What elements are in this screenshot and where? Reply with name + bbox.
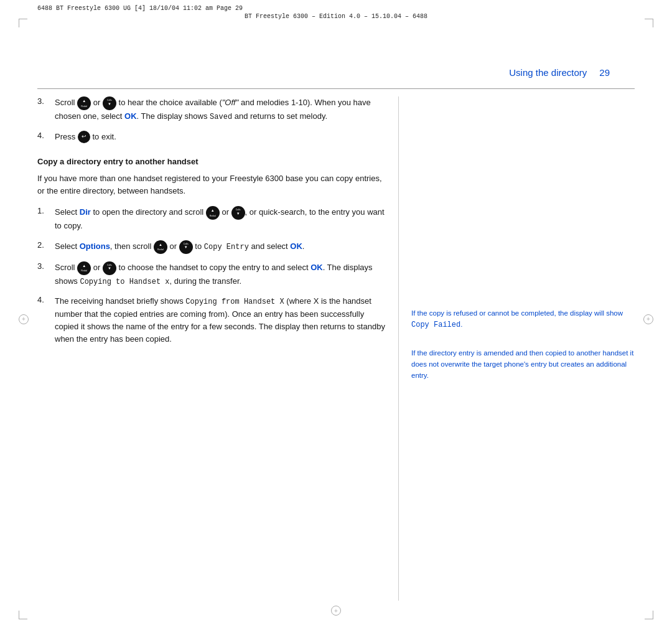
scroll-down-icon-s3b <box>103 261 116 275</box>
corner-mark-tl <box>19 19 27 27</box>
step1-body: Select Dir to open the directory and scr… <box>55 206 386 232</box>
header-subtitle: BT Freestyle 6300 – Edition 4.0 – 15.10.… <box>37 13 635 20</box>
ok-keyword-3: OK <box>124 111 137 121</box>
list-item-step4: 4. The receiving handset briefly shows C… <box>37 295 386 345</box>
page-number: 29 <box>599 67 610 78</box>
scroll-down-icon-s1b <box>231 206 245 220</box>
corner-mark-br <box>645 611 653 619</box>
page: + + + 6488 BT Freestyle 6300 UG [4] 18/1… <box>0 0 672 638</box>
corner-mark-bl <box>19 611 27 619</box>
saved-mono: Saved <box>210 113 232 121</box>
step2-body: Select Options, then scroll or to Copy E… <box>55 240 386 254</box>
header-bar: 6488 BT Freestyle 6300 UG [4] 18/10/04 1… <box>37 5 635 20</box>
header-rule <box>37 88 635 89</box>
content-area: 3. Scroll or to hear the choice availabl… <box>37 96 635 601</box>
options-keyword: Options <box>80 242 110 251</box>
right-crosshair: + <box>643 314 653 324</box>
section-heading: Copy a directory entry to another handse… <box>37 157 386 166</box>
item-3-number: 3. <box>37 96 50 123</box>
copying-from-mono: Copying from Handset X <box>185 298 284 306</box>
step2-number: 2. <box>37 240 50 254</box>
step1-number: 1. <box>37 206 50 232</box>
scroll-up-icon-s3a <box>77 261 91 275</box>
scroll-up-icon <box>77 96 91 110</box>
left-crosshair: + <box>19 314 29 324</box>
header-top-line: 6488 BT Freestyle 6300 UG [4] 18/10/04 1… <box>37 5 635 12</box>
step4-number: 4. <box>37 295 50 345</box>
item-3-body: Scroll or to hear the choice available (… <box>55 96 386 123</box>
step3-number: 3. <box>37 261 50 288</box>
copy-entry-mono: Copy Entry <box>204 243 249 251</box>
list-item-3: 3. Scroll or to hear the choice availabl… <box>37 96 386 123</box>
list-item-step2: 2. Select Options, then scroll or to Cop… <box>37 240 386 254</box>
step4-body: The receiving handset briefly shows Copy… <box>55 295 386 345</box>
scroll-up-icon-s1a <box>206 206 220 220</box>
scroll-down-icon-s2b <box>179 240 193 254</box>
side-note-2: If the directory entry is amended and th… <box>411 348 635 381</box>
copying-to-mono: Copying to Handset x <box>80 278 169 286</box>
item-4-body: Press to exit. <box>55 131 386 144</box>
copy-failed-mono: Copy Failed <box>411 321 460 329</box>
dir-keyword: Dir <box>80 208 91 217</box>
list-item-step1: 1. Select Dir to open the directory and … <box>37 206 386 232</box>
scroll-down-icon <box>103 96 116 110</box>
item-4-number: 4. <box>37 131 50 144</box>
phone-icon <box>78 131 90 143</box>
scroll-up-icon-s2a <box>154 240 167 254</box>
ok-keyword-3b: OK <box>310 263 323 272</box>
list-item-4: 4. Press to exit. <box>37 131 386 144</box>
page-title: Using the directory <box>509 67 587 78</box>
page-title-area: Using the directory 29 <box>509 67 610 78</box>
corner-mark-tr <box>645 19 653 27</box>
bottom-crosshair: + <box>331 606 341 616</box>
side-column: If the copy is refused or cannot be comp… <box>398 96 635 601</box>
off-text: "Off" <box>222 98 239 107</box>
step3-body: Scroll or to choose the handset to copy … <box>55 261 386 288</box>
header-file-info: 6488 BT Freestyle 6300 UG [4] 18/10/04 1… <box>37 5 243 12</box>
main-column: 3. Scroll or to hear the choice availabl… <box>37 96 398 601</box>
ok-keyword-2: OK <box>290 242 302 251</box>
list-item-step3: 3. Scroll or to choose the handset to co… <box>37 261 386 288</box>
section-intro: If you have more than one handset regist… <box>37 172 386 197</box>
side-note-1: If the copy is refused or cannot be comp… <box>411 308 635 331</box>
